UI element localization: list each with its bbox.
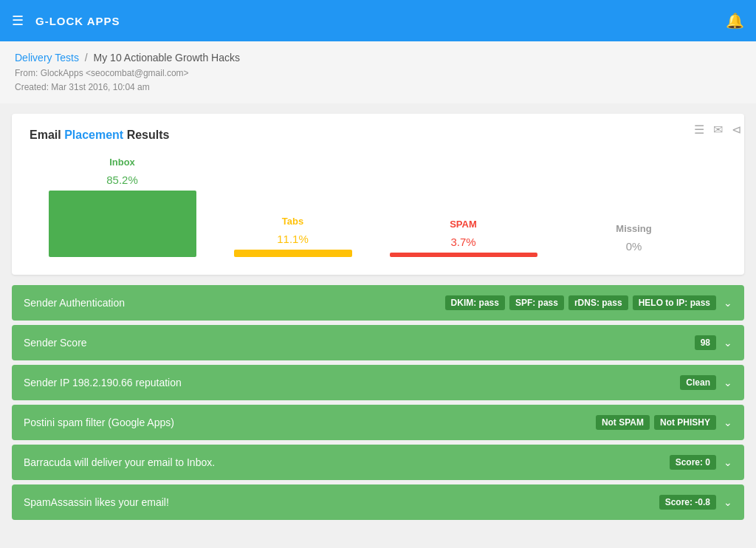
app-header: ☰ G-LOCK APPS 🔔 [0, 0, 756, 41]
section-label: Sender IP 198.2.190.66 reputation [24, 377, 182, 388]
breadcrumb: Delivery Tests / My 10 Actionable Growth… [15, 52, 741, 64]
placement-card: Email Placement Results Inbox 85.2% Tabs… [12, 114, 744, 275]
app-title: G-LOCK APPS [35, 15, 120, 27]
bell-icon[interactable]: 🔔 [726, 12, 744, 30]
missing-percent: 0% [626, 240, 642, 253]
section-badge: 98 [695, 335, 716, 350]
section-row[interactable]: Sender IP 198.2.190.66 reputationClean⌄ [12, 365, 744, 400]
chevron-down-icon[interactable]: ⌄ [724, 337, 732, 349]
section-badge: SPF: pass [509, 295, 564, 310]
inbox-percent: 85.2% [106, 174, 138, 186]
breadcrumb-link[interactable]: Delivery Tests [15, 52, 79, 64]
tabs-bar [234, 250, 352, 257]
spam-percent: 3.7% [450, 236, 475, 248]
section-label: Sender Score [24, 337, 87, 349]
section-row[interactable]: Postini spam filter (Google Apps)Not SPA… [12, 405, 744, 440]
section-right: DKIM: passSPF: passrDNS: passHELO to IP:… [445, 295, 732, 310]
chart-col-spam: SPAM 3.7% [378, 219, 549, 257]
missing-label: Missing [616, 223, 651, 234]
section-badge: Clean [680, 375, 716, 390]
section-badge: Score: 0 [670, 455, 716, 470]
section-badge: DKIM: pass [445, 295, 505, 310]
section-badge: Not PHISHY [654, 415, 716, 430]
hamburger-icon[interactable]: ☰ [12, 13, 24, 29]
section-label: SpamAssassin likes your email! [24, 496, 169, 508]
section-label: Postini spam filter (Google Apps) [24, 417, 174, 428]
header-left: ☰ G-LOCK APPS [12, 13, 120, 29]
chart-col-inbox: Inbox 85.2% [37, 157, 207, 257]
chart-area: Inbox 85.2% Tabs 11.1% SPAM 3.7% Missing… [30, 157, 726, 257]
section-right: Not SPAMNot PHISHY⌄ [596, 415, 732, 430]
section-label: Sender Authentication [24, 297, 125, 309]
meta-from: From: GlockApps <seocombat@gmail.com> [15, 66, 741, 81]
list-icon[interactable]: ☰ [694, 123, 704, 137]
sections-list: Sender AuthenticationDKIM: passSPF: pass… [0, 285, 756, 532]
spam-label: SPAM [450, 219, 477, 230]
chevron-down-icon[interactable]: ⌄ [724, 496, 732, 508]
spam-bar [390, 253, 537, 257]
section-row[interactable]: Sender Score98⌄ [12, 325, 744, 360]
toolbar-icons: ☰ ✉ ⊲ [694, 123, 741, 137]
section-badge: Not SPAM [596, 415, 650, 430]
section-right: Score: 0⌄ [670, 455, 732, 470]
section-badge: HELO to IP: pass [633, 295, 716, 310]
inbox-bar [49, 191, 196, 257]
chevron-down-icon[interactable]: ⌄ [724, 297, 732, 309]
section-label: Barracuda will deliver your email to Inb… [24, 456, 215, 468]
section-row[interactable]: Barracuda will deliver your email to Inb… [12, 445, 744, 480]
chevron-down-icon[interactable]: ⌄ [724, 377, 732, 388]
meta-created: Created: Mar 31st 2016, 10:04 am [15, 81, 741, 95]
section-row[interactable]: SpamAssassin likes your email!Score: -0.… [12, 484, 744, 520]
breadcrumb-current: My 10 Actionable Growth Hacks [94, 52, 240, 64]
chevron-down-icon[interactable]: ⌄ [724, 456, 732, 468]
chart-col-missing: Missing 0% [549, 223, 719, 257]
chart-col-tabs: Tabs 11.1% [207, 216, 378, 257]
placement-title-colored: Placement [64, 129, 123, 141]
section-right: Score: -0.8⌄ [659, 495, 732, 510]
email-icon[interactable]: ✉ [713, 123, 723, 137]
tabs-percent: 11.1% [277, 233, 309, 245]
chevron-down-icon[interactable]: ⌄ [724, 417, 732, 428]
section-right: 98⌄ [695, 335, 732, 350]
inbox-label: Inbox [109, 157, 135, 168]
share-icon[interactable]: ⊲ [732, 123, 741, 137]
section-badge: Score: -0.8 [659, 495, 716, 510]
tabs-label: Tabs [282, 216, 303, 227]
placement-title: Email Placement Results [30, 129, 726, 142]
section-badge: rDNS: pass [568, 295, 628, 310]
breadcrumb-area: Delivery Tests / My 10 Actionable Growth… [0, 41, 756, 103]
breadcrumb-separator: / [85, 52, 88, 64]
section-row[interactable]: Sender AuthenticationDKIM: passSPF: pass… [12, 285, 744, 321]
section-right: Clean⌄ [680, 375, 732, 390]
